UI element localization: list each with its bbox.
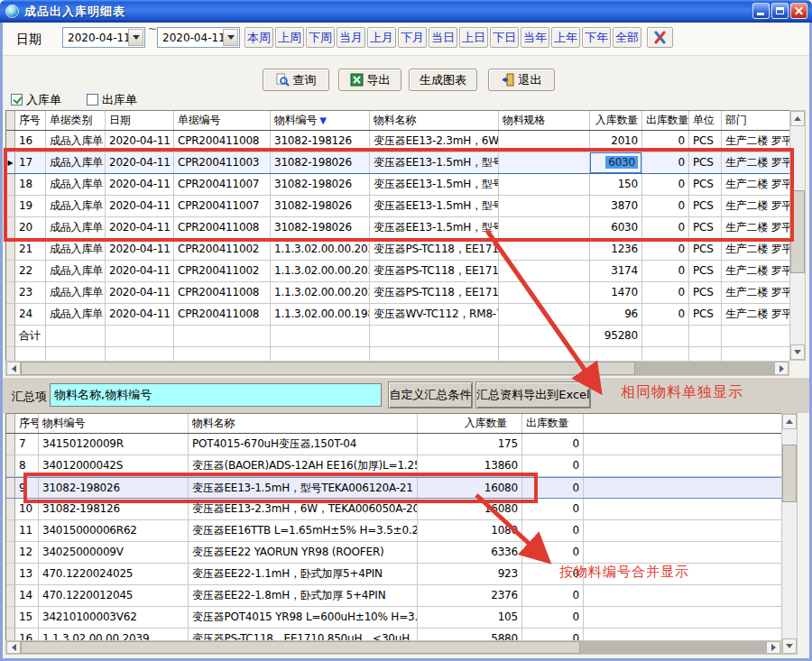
- cell-spec[interactable]: [499, 261, 590, 281]
- cell-no[interactable]: 17: [15, 152, 46, 173]
- cell-code[interactable]: 31082-198026: [39, 478, 189, 498]
- cell-code[interactable]: 31082-198026: [271, 196, 370, 216]
- cell-code[interactable]: 31082-198026: [271, 174, 370, 195]
- cell-no[interactable]: 10: [15, 499, 39, 519]
- date-to-combo[interactable]: 2020-04-11: [157, 27, 240, 48]
- date-from-combo[interactable]: 2020-04-11: [62, 27, 145, 48]
- cell-type[interactable]: 成品入库单: [46, 196, 106, 216]
- cell-out_qty[interactable]: 0: [522, 564, 584, 584]
- quick-filter-button-6[interactable]: 下月: [398, 27, 427, 48]
- cell-no[interactable]: 24: [15, 304, 46, 325]
- scrollbar-thumb[interactable]: [21, 362, 635, 375]
- cell-spec[interactable]: [499, 239, 590, 260]
- cell-in_qty[interactable]: 6030: [590, 152, 642, 173]
- cell-unit[interactable]: PCS: [689, 304, 722, 325]
- scroll-left-button[interactable]: [6, 362, 21, 375]
- cell-out_qty[interactable]: 0: [642, 261, 689, 281]
- scroll-down-button[interactable]: [790, 344, 805, 360]
- custom-summary-button[interactable]: 自定义汇总条件: [388, 381, 473, 409]
- cell-no[interactable]: 11: [15, 520, 39, 541]
- cell-name[interactable]: 变压器PS-TC118，EE1710: [370, 282, 499, 303]
- dropdown-arrow-icon[interactable]: [223, 29, 238, 46]
- cell-no[interactable]: 16: [15, 629, 39, 640]
- cell-code[interactable]: 1.1.3.02.00.00.2039: [39, 629, 189, 640]
- cell-type[interactable]: 成品入库单: [46, 261, 106, 281]
- column-header-out_qty[interactable]: 出库数量: [642, 111, 689, 130]
- row-indicator[interactable]: [6, 478, 15, 498]
- cell-unit[interactable]: PCS: [689, 174, 722, 195]
- cell-name[interactable]: 变压器PS-TC118，EE1710: [370, 239, 499, 260]
- cell-unit[interactable]: PCS: [689, 282, 722, 303]
- cell-code[interactable]: 34150120009R: [39, 434, 189, 454]
- summary-horizontal-scrollbar[interactable]: [5, 640, 781, 655]
- cell-code[interactable]: 470.1220012045: [39, 585, 189, 606]
- cell-in_qty[interactable]: 2376: [418, 585, 522, 606]
- cell-dept[interactable]: 生产二楼 罗平: [722, 217, 789, 238]
- cell-no[interactable]: 21: [15, 239, 46, 260]
- cell-spec[interactable]: [499, 217, 590, 238]
- cell-code[interactable]: 470.1220024025: [39, 564, 189, 584]
- cell-unit[interactable]: PCS: [689, 152, 722, 173]
- scrollbar-track[interactable]: [635, 362, 776, 375]
- row-indicator[interactable]: [6, 261, 15, 281]
- column-header-code[interactable]: 物料编号▼: [271, 111, 370, 130]
- quick-filter-button-5[interactable]: 上月: [367, 27, 396, 48]
- cell-dept[interactable]: 生产二楼 罗平: [722, 282, 789, 303]
- row-indicator[interactable]: ▶: [6, 152, 15, 173]
- cell-in_qty[interactable]: 105: [418, 607, 522, 628]
- cell-date[interactable]: 2020-04-11: [106, 131, 174, 151]
- cell-dept[interactable]: 生产二楼 罗平: [722, 131, 789, 151]
- cell-name[interactable]: 变压器EE16TTB L=1.65mH±5% H=3.5±0.2: [189, 520, 418, 541]
- cell-dept[interactable]: 生产二楼 罗平: [722, 239, 789, 260]
- cell-no[interactable]: 8: [15, 455, 39, 476]
- cell-no[interactable]: 22: [15, 261, 46, 281]
- summary-export-excel-button[interactable]: 汇总资料导出到Excel: [475, 381, 591, 409]
- cell-date[interactable]: 2020-04-11: [106, 282, 174, 303]
- cell-out_qty[interactable]: 0: [522, 542, 584, 563]
- maximize-button[interactable]: [771, 3, 789, 19]
- cell-type[interactable]: 成品入库单: [46, 152, 106, 173]
- cell-no[interactable]: 20: [15, 217, 46, 238]
- cell-spec[interactable]: [499, 282, 590, 303]
- cell-no[interactable]: 13: [15, 564, 39, 584]
- scrollbar-thumb[interactable]: [21, 641, 580, 654]
- cell-name[interactable]: 变压器EE22-1.8mH，卧式加厚 5+4PIN: [189, 585, 418, 606]
- cell-no[interactable]: 23: [15, 282, 46, 303]
- column-header-code[interactable]: 物料编号: [39, 414, 189, 433]
- cell-no[interactable]: 15: [15, 607, 39, 628]
- quick-filter-button-1[interactable]: 本周: [245, 27, 273, 48]
- column-header-date[interactable]: 日期: [106, 111, 174, 130]
- cell-out_qty[interactable]: 0: [522, 455, 584, 476]
- cell-date[interactable]: 2020-04-11: [106, 217, 174, 238]
- cell-type[interactable]: 成品入库单: [46, 282, 106, 303]
- cell-dept[interactable]: 生产二楼 罗平: [722, 152, 789, 173]
- cell-name[interactable]: 变压器EE13-1.5mH，型号: [370, 174, 499, 195]
- exit-button[interactable]: 退出: [488, 69, 555, 91]
- cell-date[interactable]: 2020-04-11: [106, 261, 174, 281]
- cell-out_qty[interactable]: 0: [522, 478, 584, 498]
- cell-in_qty[interactable]: 175: [418, 434, 522, 454]
- column-header-no[interactable]: 序号: [15, 111, 46, 130]
- cell-name[interactable]: POT4015-670uH变压器,150T-04: [189, 434, 418, 454]
- cell-name[interactable]: 变压器EE13-1.5mH，型号: [370, 217, 499, 238]
- cell-name[interactable]: 变压器EE13-2.3mH，6W，: [370, 131, 499, 151]
- cell-type[interactable]: 成品入库单: [46, 174, 106, 195]
- cell-in_qty[interactable]: 3870: [590, 196, 642, 216]
- cell-code[interactable]: 34210100003V62: [39, 607, 189, 628]
- cell-out_qty[interactable]: 0: [642, 174, 689, 195]
- cell-in_qty[interactable]: 5880: [418, 629, 522, 640]
- cell-out_qty[interactable]: 0: [522, 585, 584, 606]
- cell-name[interactable]: 变压器EE13-1.5mH，型号: [370, 152, 499, 173]
- cell-unit[interactable]: PCS: [689, 217, 722, 238]
- cell-out_qty[interactable]: 0: [642, 282, 689, 303]
- scroll-up-button[interactable]: [782, 414, 797, 429]
- cell-in_qty[interactable]: 150: [590, 174, 642, 195]
- cell-no[interactable]: 18: [15, 174, 46, 195]
- cell-out_qty[interactable]: 0: [642, 217, 689, 238]
- cell-doc[interactable]: CPR200411008: [174, 304, 271, 325]
- cell-code[interactable]: 31082-198126: [271, 131, 370, 151]
- cell-spec[interactable]: [499, 174, 590, 195]
- scroll-left-button[interactable]: [6, 641, 21, 654]
- detail-vertical-scrollbar[interactable]: [789, 110, 806, 361]
- cell-type[interactable]: 成品入库单: [46, 217, 106, 238]
